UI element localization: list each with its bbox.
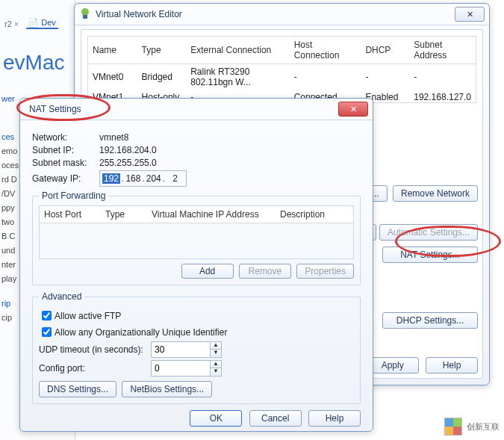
help-button[interactable]: Help [426,357,478,374]
dialog-title: NAT Settings [29,104,81,114]
svg-rect-1 [83,15,87,19]
col-name[interactable]: Name [88,37,137,64]
watermark-logo: 创新互联 [444,418,500,436]
allow-oui-checkbox[interactable] [42,327,52,337]
udp-timeout-stepper[interactable]: ▲▼ [151,341,222,358]
pf-properties-button[interactable]: Properties [296,264,354,279]
col-ext[interactable]: External Connection [186,37,289,64]
gateway-ip-input[interactable]: 192. 168. 204. 2 [99,170,187,187]
bg-tab-label: r2 [4,19,12,28]
network-label: Network: [32,132,99,143]
advanced-group: Advanced Allow active FTP Allow any Orga… [32,291,361,404]
nat-titlebar[interactable]: NAT Settings ✕ [20,99,373,120]
dhcp-settings-button[interactable]: DHCP Settings... [382,312,478,329]
app-icon [79,7,91,22]
vne-titlebar[interactable]: Virtual Network Editor ✕ [75,4,489,25]
nat-content: Network:vmnet8 Subnet IP:192.168.204.0 S… [26,124,367,425]
advanced-legend: Advanced [39,291,84,302]
logo-icon [444,418,462,436]
active-tab[interactable]: 📄 Dev [26,18,58,29]
ok-button[interactable]: OK [190,410,242,427]
gateway-label: Gateway IP: [32,173,99,184]
help-button[interactable]: Help [308,410,361,427]
network-value: vmnet8 [99,132,128,143]
config-port-label: Config port: [39,363,151,374]
netbios-settings-button[interactable]: NetBios Settings... [122,381,212,397]
col-dhcp[interactable]: DHCP [361,37,409,64]
config-port-stepper[interactable]: ▲▼ [151,360,222,377]
udp-timeout-input[interactable] [152,342,210,357]
svg-point-0 [81,8,89,16]
udp-timeout-label: UDP timeout (in seconds): [39,344,151,355]
col-subnet[interactable]: Subnet Address [409,37,476,64]
window-title: Virtual Network Editor [96,9,182,19]
subnet-value: 192.168.204.0 [99,145,157,155]
nat-settings-dialog: NAT Settings ✕ Network:vmnet8 Subnet IP:… [19,98,373,432]
chevron-down-icon[interactable]: ▼ [211,368,221,375]
port-forwarding-group: Port Forwarding Host Port Type Virtual M… [32,190,361,285]
bg-link: wer [1,94,15,103]
close-button[interactable]: ✕ [338,102,368,117]
col-type[interactable]: Type [137,37,187,64]
mask-label: Subnet mask: [32,158,99,168]
col-host[interactable]: Host Connection [290,37,361,64]
nat-settings-button[interactable]: NAT Settings... [382,247,478,263]
page-title: evMac [3,51,64,75]
network-table[interactable]: Name Type External Connection Host Conne… [88,37,476,103]
mask-value: 255.255.255.0 [99,158,157,168]
pf-remove-button[interactable]: Remove [239,264,291,279]
allow-active-ftp-checkbox[interactable] [42,311,52,320]
cancel-button[interactable]: Cancel [249,410,302,427]
config-port-input[interactable] [152,361,210,376]
close-button[interactable]: ✕ [455,7,485,22]
automatic-settings-button[interactable]: Automatic Settings... [379,224,478,241]
close-icon[interactable]: × [14,19,19,28]
logo-text: 创新互联 [467,421,500,433]
chevron-down-icon[interactable]: ▼ [211,350,221,356]
subnet-label: Subnet IP: [32,145,99,155]
dns-settings-button[interactable]: DNS Settings... [39,381,116,397]
remove-network-button[interactable]: Remove Network [393,185,478,202]
table-row[interactable]: VMnet0 Bridged Ralink RT3290 802.11bgn W… [88,64,476,90]
pf-add-button[interactable]: Add [181,264,234,279]
port-forwarding-legend: Port Forwarding [39,190,108,201]
apply-button[interactable]: Apply [367,357,419,374]
port-forwarding-table[interactable]: Host Port Type Virtual Machine IP Addres… [40,206,353,223]
